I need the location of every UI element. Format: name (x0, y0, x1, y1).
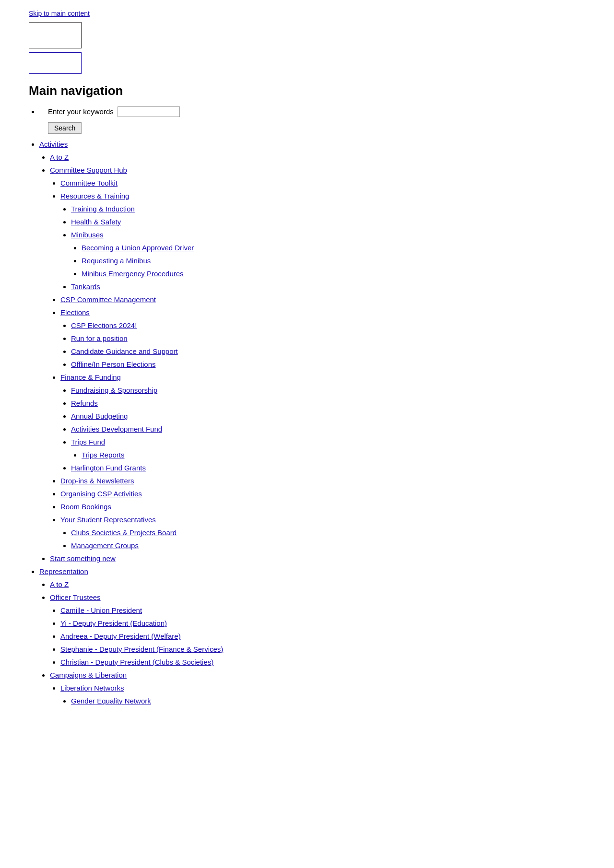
nav-link[interactable]: Minibuses (71, 231, 104, 239)
nav-link[interactable]: Candidate Guidance and Support (71, 347, 178, 355)
nav-link[interactable]: CSP Elections 2024! (71, 321, 137, 329)
list-item: Offline/In Person Elections (71, 359, 585, 370)
list-item: Harlington Fund Grants (71, 462, 585, 474)
search-list-item: Enter your keywords Search (39, 106, 585, 134)
nav-link[interactable]: Liberation Networks (60, 684, 124, 692)
nav-link[interactable]: Gender Equality Network (71, 697, 151, 705)
nav-link[interactable]: Committee Toolkit (60, 179, 118, 187)
list-item: Training & Induction (71, 203, 585, 215)
nav-link[interactable]: Tankards (71, 282, 100, 291)
nav-link[interactable]: Becoming a Union Approved Driver (82, 244, 194, 252)
list-item: Activities Development Fund (71, 423, 585, 435)
list-item: Finance & FundingFundraising & Sponsorsh… (60, 372, 585, 474)
nav-link[interactable]: Stephanie - Deputy President (Finance & … (60, 645, 223, 653)
list-item: CSP Elections 2024! (71, 320, 585, 331)
list-item: A to Z (50, 152, 585, 163)
top-level-item: RepresentationA to ZOfficer TrusteesCami… (39, 566, 585, 707)
nav-container: ActivitiesA to ZCommittee Support HubCom… (29, 139, 585, 707)
nav-link[interactable]: Committee Support Hub (50, 166, 127, 174)
list-item: MinibusesBecoming a Union Approved Drive… (71, 229, 585, 280)
list-item: Run for a position (71, 333, 585, 344)
search-label: Enter your keywords (48, 106, 114, 117)
nav-link[interactable]: Christian - Deputy President (Clubs & So… (60, 658, 213, 666)
nav-link[interactable]: Drop-ins & Newsletters (60, 477, 134, 485)
list-item: A to Z (50, 579, 585, 590)
list-item: Stephanie - Deputy President (Finance & … (60, 644, 585, 655)
list-item: Refunds (71, 398, 585, 409)
list-item: Your Student RepresentativesClubs Societ… (60, 514, 585, 551)
list-item: Tankards (71, 281, 585, 293)
nav-link[interactable]: Offline/In Person Elections (71, 360, 155, 368)
nav-link[interactable]: Activities Development Fund (71, 425, 162, 433)
nav-link[interactable]: Requesting a Minibus (82, 257, 151, 265)
nav-link[interactable]: Start something new (50, 554, 116, 563)
list-item: Annual Budgeting (71, 411, 585, 422)
list-item: Fundraising & Sponsorship (71, 385, 585, 396)
top-nav-link[interactable]: Activities (39, 140, 68, 148)
list-item: Committee Toolkit (60, 177, 585, 189)
nav-link[interactable]: Your Student Representatives (60, 516, 156, 524)
nav-link[interactable]: CSP Committee Management (60, 295, 156, 304)
nav-link[interactable]: Andreea - Deputy President (Welfare) (60, 632, 181, 640)
nav-link[interactable]: Fundraising & Sponsorship (71, 386, 157, 394)
nav-link[interactable]: Clubs Societies & Projects Board (71, 528, 177, 537)
list-item: Liberation NetworksGender Equality Netwo… (60, 682, 585, 707)
list-item: Trips FundTrips Reports (71, 436, 585, 461)
list-item: CSP Committee Management (60, 294, 585, 305)
nav-link[interactable]: Refunds (71, 399, 98, 407)
nav-link[interactable]: Resources & Training (60, 192, 129, 200)
skip-link[interactable]: Skip to main content (29, 10, 585, 17)
nav-link[interactable]: Elections (60, 308, 90, 317)
list-item: Minibus Emergency Procedures (82, 268, 585, 280)
list-item: Officer TrusteesCamille - Union Presiden… (50, 592, 585, 668)
logo-bottom (29, 52, 82, 74)
list-item: Christian - Deputy President (Clubs & So… (60, 657, 585, 668)
main-nav-title: Main navigation (29, 83, 585, 98)
list-item: Gender Equality Network (71, 695, 585, 707)
nav-link[interactable]: A to Z (50, 153, 69, 161)
top-nav-link[interactable]: Representation (39, 567, 88, 575)
nav-link[interactable]: Yi - Deputy President (Education) (60, 619, 167, 627)
search-button[interactable]: Search (48, 122, 82, 134)
list-item: Health & Safety (71, 216, 585, 228)
list-item: Drop-ins & Newsletters (60, 475, 585, 487)
top-level-item: ActivitiesA to ZCommittee Support HubCom… (39, 139, 585, 564)
list-item: Requesting a Minibus (82, 255, 585, 267)
nav-link[interactable]: A to Z (50, 580, 69, 588)
nav-link[interactable]: Run for a position (71, 334, 128, 342)
list-item: Camille - Union President (60, 605, 585, 616)
list-item: ElectionsCSP Elections 2024!Run for a po… (60, 307, 585, 370)
list-item: Trips Reports (82, 449, 585, 461)
nav-link[interactable]: Organising CSP Activities (60, 490, 142, 498)
nav-list: Enter your keywords Search (29, 106, 585, 134)
list-item: Resources & TrainingTraining & Induction… (60, 190, 585, 293)
nav-link[interactable]: Training & Induction (71, 205, 135, 213)
list-item: Room Bookings (60, 501, 585, 513)
list-item: Committee Support HubCommittee ToolkitRe… (50, 164, 585, 551)
list-item: Candidate Guidance and Support (71, 346, 585, 357)
nav-link[interactable]: Management Groups (71, 541, 139, 550)
nav-link[interactable]: Health & Safety (71, 218, 121, 226)
list-item: Andreea - Deputy President (Welfare) (60, 631, 585, 642)
list-item: Yi - Deputy President (Education) (60, 618, 585, 629)
nav-link[interactable]: Campaigns & Liberation (50, 671, 127, 679)
list-item: Becoming a Union Approved Driver (82, 242, 585, 254)
search-input[interactable] (118, 106, 180, 117)
list-item: Clubs Societies & Projects Board (71, 527, 585, 539)
nav-link[interactable]: Finance & Funding (60, 373, 121, 381)
main-nav-list: ActivitiesA to ZCommittee Support HubCom… (29, 139, 585, 707)
nav-link[interactable]: Camille - Union President (60, 606, 142, 614)
list-item: Organising CSP Activities (60, 488, 585, 500)
nav-link[interactable]: Room Bookings (60, 503, 111, 511)
logo-top (29, 22, 82, 48)
nav-link[interactable]: Officer Trustees (50, 593, 101, 601)
nav-link[interactable]: Harlington Fund Grants (71, 464, 146, 472)
nav-link[interactable]: Trips Fund (71, 438, 105, 446)
nav-link[interactable]: Trips Reports (82, 451, 124, 459)
list-item: Start something new (50, 553, 585, 564)
nav-link[interactable]: Minibus Emergency Procedures (82, 270, 184, 278)
list-item: Campaigns & LiberationLiberation Network… (50, 669, 585, 707)
list-item: Management Groups (71, 540, 585, 551)
nav-link[interactable]: Annual Budgeting (71, 412, 128, 420)
